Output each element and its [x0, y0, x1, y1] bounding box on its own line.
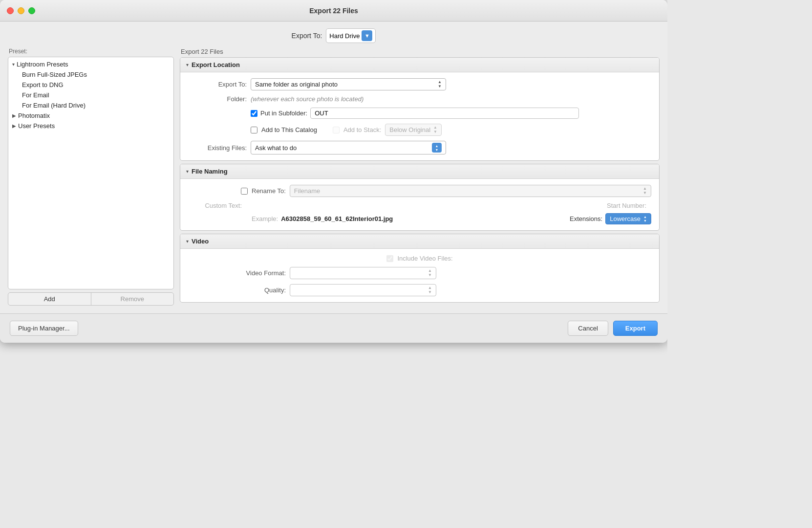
sidebar-item-label: Photomatix [18, 112, 50, 119]
subfolder-input[interactable] [310, 108, 579, 119]
extensions-select[interactable]: Lowercase ▲ ▼ [605, 213, 651, 224]
add-preset-button[interactable]: Add [8, 293, 91, 305]
right-panel: Export 22 Files ▾ Export Location Export… [180, 48, 660, 306]
file-naming-body: Rename To: Filename ▲ ▼ Custom Text: [180, 179, 659, 230]
subfolder-row: Put in Subfolder: [188, 108, 651, 119]
preset-tree: ▾ Lightroom Presets Burn Full-Sized JPEG… [8, 57, 174, 289]
chevron-up-icon: ▲ [643, 187, 647, 191]
section-collapse-icon[interactable]: ▾ [186, 239, 189, 244]
video-quality-row: Quality: ▲ ▼ [188, 284, 651, 296]
section-title-bar: Export 22 Files [180, 48, 660, 55]
window-title: Export 22 Files [309, 7, 358, 15]
sidebar-item-for-email[interactable]: For Email [8, 90, 173, 100]
subfolder-label: Put in Subfolder: [260, 110, 307, 117]
export-location-title: Export Location [192, 61, 240, 68]
stack-stepper: ▲ ▼ [433, 126, 437, 134]
chevron-up-icon: ▲ [428, 269, 432, 273]
file-naming-section: ▾ File Naming Rename To: Filename ▲ ▼ [180, 164, 660, 231]
chevron-down-icon: ▼ [364, 33, 370, 39]
chevron-up-icon: ▲ [643, 215, 647, 219]
folder-form-row: Folder: (wherever each source photo is l… [188, 95, 651, 103]
remove-preset-button[interactable]: Remove [91, 293, 174, 305]
add-stack-checkbox[interactable] [333, 127, 340, 133]
subfolder-checkbox[interactable] [251, 110, 257, 117]
video-format-select[interactable]: ▲ ▼ [290, 267, 436, 279]
chevron-down-icon: ▼ [643, 219, 647, 222]
export-to-label: Export To: [188, 81, 247, 88]
existing-files-value: Ask what to do [255, 144, 297, 152]
catalog-checkbox-group: Add to This Catalog Add to Stack: Below … [251, 124, 442, 136]
stepper-icon: ▲ ▼ [435, 144, 439, 152]
expand-icon: ▾ [12, 62, 15, 67]
example-row: Example: A6302858_59_60_61_62Interior01.… [188, 213, 651, 224]
add-catalog-checkbox[interactable] [251, 127, 257, 133]
catalog-stack-row: Add to This Catalog Add to Stack: Below … [188, 124, 651, 136]
sidebar-item-export-dng[interactable]: Export to DNG [8, 80, 173, 90]
export-to-value: Hard Drive [329, 32, 360, 40]
preset-label: Preset: [8, 48, 174, 55]
video-format-stepper: ▲ ▼ [428, 269, 432, 277]
export-button[interactable]: Export [613, 321, 658, 336]
sidebar-item-photomatix[interactable]: ▶ Photomatix [8, 110, 173, 121]
existing-files-arrow[interactable]: ▲ ▼ [432, 143, 442, 153]
chevron-down-icon: ▼ [438, 85, 442, 88]
folder-value: (wherever each source photo is located) [251, 95, 363, 103]
main-body: Preset: ▾ Lightroom Presets Burn Full-Si… [0, 48, 667, 313]
expand-icon: ▶ [12, 123, 16, 129]
window-controls [7, 7, 35, 14]
export-to-select[interactable]: Hard Drive ▼ [326, 28, 376, 43]
sidebar-item-burn-jpegs[interactable]: Burn Full-Sized JPEGs [8, 69, 173, 80]
folder-label: Folder: [188, 95, 247, 103]
video-format-row: Video Format: ▲ ▼ [188, 267, 651, 279]
add-catalog-label: Add to This Catalog [261, 126, 317, 133]
rename-to-select[interactable]: Filename ▲ ▼ [290, 185, 651, 197]
sidebar-item-user-presets[interactable]: ▶ User Presets [8, 121, 173, 131]
start-number-label: Start Number: [607, 202, 651, 209]
export-location-header: ▾ Export Location [180, 58, 659, 72]
chevron-down-icon: ▼ [435, 148, 439, 152]
chevron-up-icon: ▲ [428, 286, 432, 290]
extensions-value: Lowercase [610, 215, 641, 222]
video-quality-select[interactable]: ▲ ▼ [290, 284, 436, 296]
file-naming-header: ▾ File Naming [180, 164, 659, 179]
include-video-row: Include Video Files: [188, 255, 651, 262]
chevron-down-icon: ▼ [433, 130, 437, 134]
include-video-label: Include Video Files: [397, 255, 452, 262]
extensions-label: Extensions: [570, 215, 602, 222]
section-collapse-icon[interactable]: ▾ [186, 169, 189, 174]
add-stack-label: Add to Stack: [343, 126, 381, 133]
include-video-checkbox [386, 255, 393, 262]
export-to-dropdown-arrow[interactable]: ▼ [362, 30, 372, 41]
export-to-location-select[interactable]: Same folder as original photo ▲ ▼ [251, 78, 446, 90]
section-collapse-icon[interactable]: ▾ [186, 62, 189, 67]
chevron-down-icon: ▼ [428, 290, 432, 294]
rename-to-checkbox[interactable] [241, 188, 248, 195]
stepper-icon: ▲ ▼ [438, 80, 442, 88]
video-section: ▾ Video Include Video Files: Video Forma… [180, 234, 660, 303]
export-to-top-label: Export To: [292, 32, 322, 40]
sidebar-item-label: Lightroom Presets [17, 61, 68, 68]
sidebar: Preset: ▾ Lightroom Presets Burn Full-Si… [8, 48, 174, 306]
export-to-row: Export To: Hard Drive ▼ [0, 22, 667, 48]
rename-to-value: Filename [294, 187, 320, 195]
sidebar-item-for-email-hd[interactable]: For Email (Hard Drive) [8, 100, 173, 110]
rename-to-label: Rename To: [252, 187, 286, 195]
maximize-button[interactable] [28, 7, 35, 14]
rename-to-row: Rename To: Filename ▲ ▼ [188, 185, 651, 197]
video-header: ▾ Video [180, 234, 659, 249]
close-button[interactable] [7, 7, 14, 14]
video-title: Video [192, 238, 209, 245]
sidebar-item-lightroom-presets[interactable]: ▾ Lightroom Presets [8, 59, 173, 69]
plugin-manager-button[interactable]: Plug-in Manager... [10, 321, 78, 336]
sidebar-button-group: Add Remove [8, 292, 174, 306]
custom-text-row: Custom Text: Start Number: [188, 202, 651, 209]
example-label: Example: [252, 215, 278, 222]
subfolder-checkbox-group: Put in Subfolder: [251, 108, 579, 119]
rename-stepper: ▲ ▼ [643, 187, 647, 195]
custom-text-label: Custom Text: [188, 202, 247, 209]
existing-files-select[interactable]: Ask what to do ▲ ▼ [251, 141, 446, 154]
cancel-button[interactable]: Cancel [568, 321, 608, 336]
minimize-button[interactable] [18, 7, 24, 14]
chevron-down-icon: ▼ [643, 191, 647, 195]
video-body: Include Video Files: Video Format: ▲ ▼ [180, 249, 659, 302]
